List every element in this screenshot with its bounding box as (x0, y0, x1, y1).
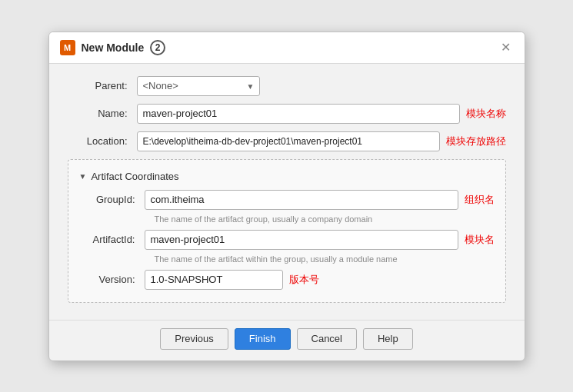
close-button[interactable]: ✕ (498, 40, 514, 55)
previous-button[interactable]: Previous (160, 328, 228, 350)
new-module-dialog: M New Module 2 ✕ Parent: <None> ▼ Name: … (48, 32, 525, 361)
artifact-section: ▼ Artifact Coordinates GroupId: 组织名 The … (68, 159, 506, 303)
groupid-annotation: 组织名 (465, 193, 495, 207)
title-bar: M New Module 2 ✕ (49, 32, 525, 64)
artifactid-input[interactable] (145, 230, 458, 250)
artifactid-annotation: 模块名 (465, 233, 495, 247)
name-annotation: 模块名称 (466, 107, 506, 121)
version-label: Version: (79, 274, 145, 285)
groupid-input[interactable] (145, 190, 458, 210)
parent-label: Parent: (68, 80, 137, 91)
location-input[interactable] (137, 131, 440, 151)
location-label: Location: (68, 135, 137, 147)
step-badge: 2 (150, 40, 165, 55)
cancel-button[interactable]: Cancel (297, 328, 357, 350)
collapse-triangle-icon: ▼ (79, 172, 87, 181)
name-input[interactable] (137, 104, 460, 124)
artifactid-label: ArtifactId: (79, 234, 145, 245)
footer-buttons: Previous Finish Cancel Help (49, 320, 525, 360)
help-button[interactable]: Help (363, 328, 413, 350)
location-row: Location: 模块存放路径 (68, 131, 506, 151)
location-annotation: 模块存放路径 (446, 135, 506, 148)
groupid-label: GroupId: (79, 194, 145, 205)
app-icon: M (60, 40, 75, 55)
groupid-hint: The name of the artifact group, usually … (155, 214, 495, 224)
groupid-row: GroupId: 组织名 (79, 190, 495, 210)
parent-select[interactable]: <None> (137, 76, 260, 96)
parent-row: Parent: <None> ▼ (68, 76, 506, 96)
version-input[interactable] (145, 270, 283, 290)
title-bar-left: M New Module 2 (60, 40, 166, 55)
artifact-section-title: Artifact Coordinates (91, 171, 178, 182)
name-row: Name: 模块名称 (68, 104, 506, 124)
name-label: Name: (68, 108, 137, 119)
version-row: Version: 版本号 (79, 270, 495, 290)
finish-button[interactable]: Finish (235, 328, 291, 350)
parent-select-wrapper: <None> ▼ (137, 76, 260, 96)
artifactid-hint: The name of the artifact within the grou… (155, 254, 495, 264)
version-annotation: 版本号 (289, 273, 319, 287)
artifactid-row: ArtifactId: 模块名 (79, 230, 495, 250)
dialog-body: Parent: <None> ▼ Name: 模块名称 Location: 模块… (49, 64, 525, 320)
artifact-section-header[interactable]: ▼ Artifact Coordinates (79, 171, 495, 182)
dialog-title: New Module (82, 42, 145, 54)
